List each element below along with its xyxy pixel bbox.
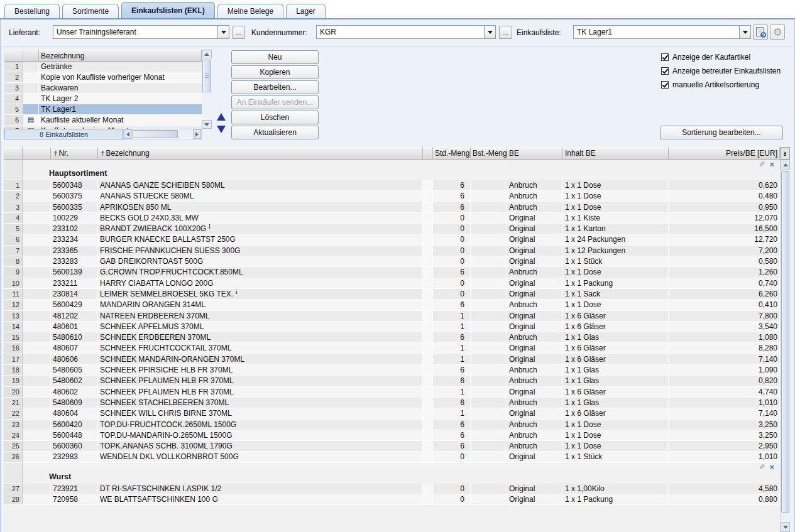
column-header-gap[interactable] [423, 147, 433, 160]
list-item[interactable]: 1Getränke [4, 62, 202, 72]
einkaufslisten-table: Bezeichnung 1Getränke2Kopie von Kauflist… [4, 50, 212, 139]
move-item-down-button[interactable] [216, 124, 226, 134]
cell-rownum: 1 [4, 180, 23, 191]
edit-group-icon[interactable]: ✎ [759, 161, 765, 168]
table-row[interactable]: 235600420TOP.DU-FRUCHTCOCK.2650ML 1500G6… [4, 420, 780, 430]
tab-bestellung[interactable]: Bestellung [4, 4, 60, 18]
table-row[interactable]: 26232983WENDELN DKL VOLLKORNBROT 500G0Or… [4, 452, 780, 462]
lieferant-dropdown-arrow-icon[interactable] [217, 26, 229, 38]
cell-icon [23, 322, 51, 332]
table-row[interactable]: 27723921DT RI-SAFTSCHINKEN I.ASPIK 1/20O… [4, 484, 780, 494]
header-rownum-cell [4, 50, 23, 62]
anzeige-der-kaufartikel-checkbox[interactable]: Anzeige der Kaufartikel [661, 53, 781, 62]
kopieren-button[interactable]: Kopieren [231, 65, 319, 79]
list-vertical-scrollbar[interactable] [202, 50, 212, 129]
an-einkäufer-senden-button[interactable]: An Einkäufer senden... [231, 95, 319, 109]
list-horizontal-scrollbar[interactable] [123, 129, 202, 139]
einkaufsliste-dropdown-arrow-icon[interactable] [739, 26, 750, 38]
table-row[interactable]: 195480602SCHNEEK PFLAUMEN HLB FR 370ML6A… [4, 376, 780, 386]
column-header-icon[interactable] [23, 147, 51, 160]
table-row[interactable]: 95600139G.CROWN TROP.FRUCHTCOCKT.850ML6A… [4, 267, 780, 278]
tab-sortimente[interactable]: Sortimente [62, 4, 119, 18]
cell-bez: MANDARIN ORANGEN 314ML [98, 300, 423, 310]
table-row[interactable]: 6233234BURGER KNAECKE BALLASTST 250G0Ori… [4, 234, 780, 245]
scroll-right-button[interactable] [193, 129, 201, 139]
table-row[interactable]: 7233365FRISCHE PFANNKUCHEN SUESS 300G0Or… [4, 246, 780, 256]
cell-rownum: 28 [4, 494, 23, 505]
table-corner-button[interactable]: ▲ [780, 147, 790, 160]
column-header-inhalt[interactable]: Inhalt BE [563, 147, 669, 160]
header-bezeichnung-cell[interactable]: Bezeichnung [39, 50, 202, 62]
table-row[interactable]: 5233102BRANDT ZWIEBACK 100X20Gi0Original… [4, 224, 780, 234]
list-item[interactable]: 2Kopie von Kaufliste vorheriger Monat [4, 72, 202, 83]
table-row[interactable]: 11230814LEIMER SEMMELBROESEL 5KG TEX.i0O… [4, 289, 780, 300]
scroll-up-button[interactable] [781, 160, 790, 170]
anzeige-betreuter-einkaufslisten-checkbox[interactable]: Anzeige betreuter Einkaufslisten [661, 67, 781, 75]
einkaufsliste-combobox[interactable]: TK Lager1 [573, 25, 751, 39]
column-header-preis[interactable]: Preis/BE [EUR] [669, 147, 780, 160]
table-vertical-scrollbar[interactable] [780, 160, 790, 532]
table-row[interactable]: 20480602SCHNEEK PFLAUMEN HLB FR 370ML1Or… [4, 387, 780, 398]
kundennummer-dropdown-arrow-icon[interactable] [484, 26, 495, 38]
table-row[interactable]: 155480610SCHNEEK ERDBEEREN 370ML6Anbruch… [4, 332, 780, 343]
column-header-nr[interactable]: ↑Nr. [51, 147, 98, 160]
cell-bst [471, 354, 507, 365]
scroll-thumb[interactable] [133, 130, 178, 138]
table-row[interactable]: 245600448TOP.DU-MANDARIN-O.2650ML 1500G6… [4, 430, 780, 441]
list-item[interactable]: 6Kaufliste aktueller Monat [4, 115, 202, 126]
settings-button[interactable]: ⚙ [770, 24, 785, 40]
list-item[interactable]: 3Backwaren [4, 83, 202, 94]
edit-group-icon[interactable]: ✎ [759, 464, 765, 471]
load-list-button[interactable] [753, 24, 768, 40]
remove-group-icon[interactable]: × [769, 464, 774, 471]
scroll-down-button[interactable] [781, 522, 790, 532]
table-row[interactable]: 15600348ANANAS GANZE SCHEIBEN 580ML6Anbr… [4, 180, 780, 191]
cell-be: Anbruch [507, 376, 563, 386]
table-row[interactable]: 4100229BECKS GOLD 24X0,33L MW0Original1 … [4, 213, 780, 224]
scroll-down-button[interactable] [202, 120, 212, 129]
table-row[interactable]: 215480609SCHNEEK STACHELBEEREN 370ML6Anb… [4, 398, 780, 408]
manuelle-artikelsortierung-checkbox[interactable]: manuelle Artikelsortierung [661, 80, 781, 89]
column-header-bez[interactable]: ↑Bezeichnung [98, 147, 423, 160]
table-row[interactable]: 13481202NATREEN ERDBEEREN 370ML1Original… [4, 311, 780, 322]
kundennummer-combobox[interactable]: KGR [316, 25, 496, 39]
move-item-up-button[interactable] [216, 111, 226, 122]
table-row[interactable]: 255600360TOPK.ANANAS SCHB. 3100ML 1790G6… [4, 441, 780, 452]
sortierung-bearbeiten-button[interactable]: Sortierung bearbeiten... [660, 126, 783, 139]
kundennummer-browse-button[interactable]: ... [499, 26, 512, 39]
tab-meine-belege[interactable]: Meine Belege [217, 4, 283, 18]
table-row[interactable]: 35600335APRIKOSEN 850 ML6Anbruch1 x 1 Do… [4, 202, 780, 213]
tab-einkaufslisten-ekl[interactable]: Einkaufslisten (EKL) [121, 2, 215, 18]
table-row[interactable]: 16480607SCHNEEK FRUCHTCOCKTAIL 370ML1Ori… [4, 343, 780, 354]
column-header-bst[interactable]: Bst.-Menge [471, 147, 507, 160]
table-row[interactable]: 25600375ANANAS STUECKE 580ML6Anbruch1 x … [4, 191, 780, 202]
neu-button[interactable]: Neu [231, 50, 319, 64]
table-row[interactable]: 10233211HARRY CIABATTA LONGO 200G0Origin… [4, 278, 780, 289]
lieferant-combobox[interactable]: Unser Trainingslieferant [53, 25, 229, 39]
scroll-left-button[interactable] [124, 129, 132, 139]
cell-be: Original [507, 452, 563, 462]
lieferant-browse-button[interactable]: ... [232, 26, 245, 39]
table-row[interactable]: 8233283GAB DREIKORNTOAST 500G0Original1 … [4, 256, 780, 267]
table-row[interactable]: 185480605SCHNEEK PFIRSICHE HLB FR 370ML6… [4, 365, 780, 376]
table-row[interactable]: 28720958WE BLATTSAFTSCHINKEN 100 G0Origi… [4, 494, 780, 505]
list-item[interactable]: 4TK Lager 2 [4, 94, 202, 104]
scroll-up-button[interactable] [202, 50, 212, 58]
column-header-be[interactable]: BE [507, 147, 563, 160]
löschen-button[interactable]: Löschen [231, 111, 319, 124]
table-row[interactable]: 17480606SCHNEEK MANDARIN-ORANGEN 370ML1O… [4, 354, 780, 365]
options-group: Anzeige der KaufartikelAnzeige betreuter… [661, 53, 781, 89]
table-row[interactable]: 22480604SCHNEEK WILL CHRIS BIRNE 370ML1O… [4, 408, 780, 419]
bearbeiten-button[interactable]: Bearbeiten... [231, 80, 319, 94]
column-header-rownum[interactable] [4, 147, 23, 160]
aktualisieren-button[interactable]: Aktualisieren [231, 126, 319, 139]
scroll-thumb[interactable] [202, 60, 211, 92]
table-row[interactable]: 14480601SCHNEEK APFELMUS 370ML1Original1… [4, 322, 780, 332]
tab-lager[interactable]: Lager [286, 4, 326, 18]
cell-bst [471, 191, 507, 202]
remove-group-icon[interactable]: × [769, 161, 774, 168]
list-item[interactable]: 5TK Lager1 [4, 104, 202, 115]
table-row[interactable]: 125600429MANDARIN ORANGEN 314ML6Anbruch1… [4, 300, 780, 310]
column-header-std[interactable]: Std.-Menge [433, 147, 471, 160]
scroll-thumb[interactable] [781, 171, 789, 513]
